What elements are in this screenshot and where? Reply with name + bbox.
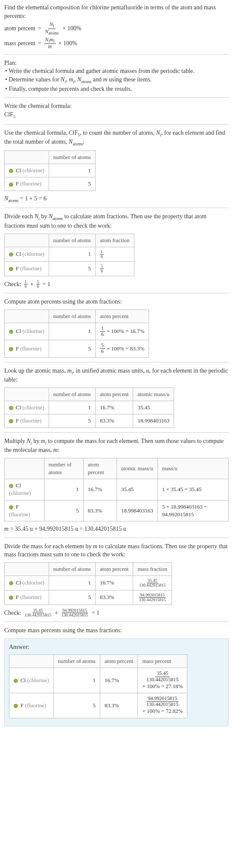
check-label: Check: [4,280,21,289]
atom-fraction-block: Divide each Ni by Natoms to calculate at… [4,212,229,289]
element-symbol: Cl [16,404,21,411]
element-cell-f: F (fluorine) [5,500,44,521]
dot-icon [9,406,13,410]
divider [4,293,229,293]
element-name: (fluorine) [9,511,30,518]
mass-percent-text: Compute mass percents using the mass fra… [4,626,229,635]
text: : [83,139,84,145]
divider [4,432,229,433]
col-atom-fraction: atom fraction [95,234,134,247]
atom-percent: 83.3% [95,414,133,428]
sub-atoms: atoms [8,198,18,203]
element-cell-cl: Cl (chlorine) [9,668,54,693]
table-header-row: number of atoms [5,151,96,164]
atomic-mass: 18.998403163 [133,414,174,428]
text: using these items. [108,76,151,83]
num: 5 [100,343,105,349]
atomic-mass-text: Look up the atomic mass, mi, in unified … [4,367,229,384]
table-row: F (fluorine) 5 83.3% 18.998403163 5 × 18… [5,500,229,521]
table-row: F (fluorine) 5 56 × 100% = 83.3% [5,340,149,357]
sub-i: i [53,24,54,29]
molecular-mass-table: number of atomsatom percentatomic mass/u… [4,458,229,521]
fraction: 16 [24,280,28,289]
mass: 1 × 35.45 = 35.45 [157,479,228,500]
var-N: N [156,130,160,136]
table-row: F (fluorine) 5 83.3% 94.992015815130.442… [5,590,172,605]
atom-fraction-check: Check: 16 + 56 = 1 [4,280,229,289]
mass: 5 × 18.998403163 = 94.992015815 [157,500,228,521]
sub-i: i [53,39,55,43]
element-cell-f: F (fluorine) [5,414,49,428]
col-number-of-atoms: number of atoms [49,151,95,164]
atom-count: 1 [49,323,95,340]
mass-percent-formula: mass percent = Nimi m × 100% [4,37,229,50]
element-cell-f: F (fluorine) [9,693,54,718]
answer-table: number of atomsatom percentmass percent … [9,654,187,718]
atom-percent-formula: atom percent = Ni Natoms × 100% [4,22,229,35]
var-N: N [45,37,49,43]
dot-icon [14,679,18,683]
times-100: × 100% [58,39,77,48]
atom-percent: 16.7% [83,479,116,500]
atom-fraction-f: 56 [95,262,134,276]
table-row: F (fluorine) 5 56 [5,262,134,276]
text: Multiply [4,438,27,444]
col-atom-percent: atom percent [100,655,138,668]
natoms-sum: Natoms = 1 + 5 = 6 [4,194,229,204]
formula-text: ClF [4,111,13,118]
col-mass: mass/u [157,458,228,479]
atom-count: 5 [49,590,95,605]
plan-item-2: • Determine values for Ni, mi, Natoms an… [5,75,229,85]
dot-icon [9,182,13,187]
den: 130.442015815 [145,677,180,683]
atom-fraction-text: Divide each Ni by Natoms to calculate at… [4,212,229,230]
var-N: N [27,438,31,444]
atom-percent-text: Compute atom percents using the atom fra… [4,298,229,306]
atom-count-f: 5 [49,177,95,191]
var-m: m [93,543,97,550]
plus: + [55,609,58,617]
table-row: F (fluorine) 5 83.3% 18.998403163 [5,414,174,428]
den: 6 [36,284,40,289]
table-row: F (fluorine) 5 [5,177,96,191]
equals-one: = 1 [43,280,50,289]
table-row: Cl (chlorine) 1 [5,164,96,177]
col-number-of-atoms: number of atoms [49,562,95,576]
var-m: m [53,447,58,453]
plan-title: Plan: [4,59,229,67]
element-cell-cl: Cl (chlorine) [5,576,49,590]
var-N: N [45,29,49,35]
element-name: (chlorine) [21,404,44,411]
dot-icon [9,505,13,509]
col-atom-percent: atom percent [95,388,133,401]
den: 6 [100,255,104,259]
col-atomic-mass: atomic mass/u [133,388,174,401]
table-row: Cl (chlorine) 1 16.7% 35.45130.442015815 [5,576,172,590]
var-N: N [4,195,8,202]
element-name: (fluorine) [23,702,46,709]
var-m: m [41,438,45,444]
den: 6 [100,269,104,273]
divider [4,538,229,538]
fraction: 56 [36,280,40,289]
atomic-mass-table: number of atomsatom percentatomic mass/u… [4,388,174,428]
mass-percent-block: Compute mass percents using the mass fra… [4,626,229,635]
dot-icon [9,267,13,271]
dot-icon [9,347,13,351]
mass-percent-f: 94.992015815130.442015815× 100% = 72.82% [138,693,187,718]
table-header-row: number of atomsatom percentmass percent [9,655,187,668]
mass-fraction-text: Divide the mass for each element by m to… [4,542,229,559]
table-row: Cl (chlorine) 1 16.7% 35.45 [5,401,174,414]
element-cell-cl: Cl (chlorine) [5,323,49,340]
plan-item-1: • Write the chemical formula and gather … [5,67,229,75]
atom-count: 1 [49,576,95,590]
answer-title: Answer: [9,643,224,651]
num: 1 [100,326,105,332]
mass-fraction-check: Check: 35.45130.442015815 + 94.992015815… [4,608,229,617]
atom-count: 5 [49,262,95,276]
sub-atoms: atoms [49,31,59,35]
atom-percent-f: 56 × 100% = 83.3% [95,340,149,357]
atom-count: 1 [53,668,100,693]
col-atom-percent: atom percent [95,310,149,323]
sub-atoms: atoms [73,142,83,146]
